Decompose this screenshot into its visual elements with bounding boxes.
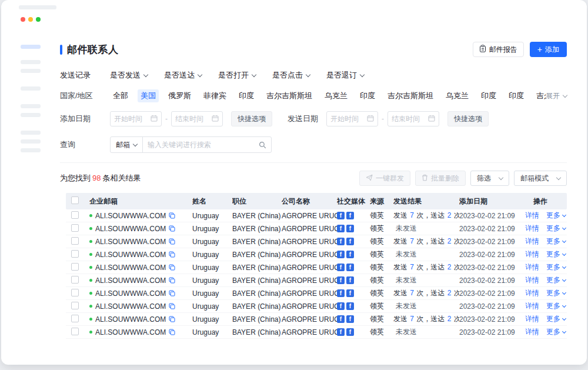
detail-link[interactable]: 详情 <box>525 327 539 337</box>
country-option[interactable]: 菲律宾 <box>201 89 229 102</box>
facebook-icon[interactable]: f <box>346 315 354 323</box>
filter-dropdown[interactable]: 是否送达 <box>164 70 202 81</box>
add-date-end-field[interactable] <box>175 115 212 123</box>
more-link[interactable]: 更多 <box>546 327 566 337</box>
filter-select[interactable]: 筛选 <box>470 171 509 186</box>
facebook-icon[interactable]: f <box>346 238 354 245</box>
mail-report-button[interactable]: 邮件报告 <box>473 42 524 57</box>
facebook-icon[interactable]: f <box>346 302 354 310</box>
add-date-start[interactable] <box>110 111 162 126</box>
sidebar-item-active-skeleton[interactable] <box>21 45 41 49</box>
copy-icon[interactable] <box>169 277 175 284</box>
query-type-select[interactable]: 邮箱 <box>111 137 143 152</box>
copy-icon[interactable] <box>169 225 175 232</box>
country-option[interactable]: 印度 <box>478 89 499 102</box>
more-link[interactable]: 更多 <box>546 288 566 298</box>
row-checkbox[interactable] <box>71 211 79 219</box>
facebook-icon[interactable]: f <box>337 328 345 336</box>
copy-icon[interactable] <box>169 238 175 245</box>
filter-dropdown[interactable]: 是否退订 <box>326 70 364 81</box>
sidebar-item-skeleton[interactable] <box>21 113 41 117</box>
send-record-label[interactable]: 发送记录 <box>60 70 110 81</box>
country-option[interactable]: 吉尔吉斯斯坦 <box>263 89 315 102</box>
search-input[interactable] <box>143 141 259 149</box>
send-date-end-field[interactable] <box>392 115 428 123</box>
send-date-quick-options-button[interactable]: 快捷选项 <box>447 111 489 126</box>
row-checkbox[interactable] <box>71 263 79 271</box>
country-option[interactable]: 印度 <box>506 89 527 102</box>
facebook-icon[interactable]: f <box>337 276 345 284</box>
row-checkbox[interactable] <box>71 328 79 335</box>
select-all-checkbox[interactable] <box>71 196 79 204</box>
sidebar-item-skeleton[interactable] <box>21 139 41 144</box>
facebook-icon[interactable]: f <box>337 289 345 297</box>
sidebar-item-skeleton[interactable] <box>21 60 41 64</box>
row-checkbox[interactable] <box>71 315 79 322</box>
detail-link[interactable]: 详情 <box>525 236 539 246</box>
facebook-icon[interactable]: f <box>337 238 345 245</box>
more-link[interactable]: 更多 <box>546 211 566 221</box>
bulk-send-button[interactable]: 一键群发 <box>359 171 410 186</box>
send-date-end[interactable] <box>387 111 439 126</box>
more-link[interactable]: 更多 <box>546 314 566 324</box>
bulk-delete-button[interactable]: 批量删除 <box>415 171 466 186</box>
row-checkbox[interactable] <box>71 237 79 245</box>
row-checkbox[interactable] <box>71 276 79 284</box>
add-date-end[interactable] <box>171 111 223 126</box>
facebook-icon[interactable]: f <box>337 264 345 271</box>
detail-link[interactable]: 详情 <box>525 211 539 221</box>
country-option[interactable]: 美国 <box>138 89 159 102</box>
facebook-icon[interactable]: f <box>337 251 345 258</box>
row-checkbox[interactable] <box>71 250 79 258</box>
mailbox-mode-select[interactable]: 邮箱模式 <box>514 171 567 186</box>
detail-link[interactable]: 详情 <box>525 288 539 298</box>
facebook-icon[interactable]: f <box>346 264 354 271</box>
country-option[interactable]: 印度 <box>357 89 378 102</box>
country-option[interactable]: 俄罗斯 <box>165 89 194 102</box>
copy-icon[interactable] <box>169 251 175 258</box>
detail-link[interactable]: 详情 <box>525 275 539 285</box>
row-checkbox[interactable] <box>71 224 79 232</box>
facebook-icon[interactable]: f <box>337 225 345 232</box>
filter-dropdown[interactable]: 是否发送 <box>110 70 148 81</box>
expand-toggle[interactable]: 展开 <box>546 91 567 101</box>
country-option[interactable]: 乌克兰 <box>322 89 350 102</box>
facebook-icon[interactable]: f <box>346 212 354 219</box>
facebook-icon[interactable]: f <box>337 302 345 310</box>
send-date-start[interactable] <box>326 111 378 126</box>
sidebar-item-skeleton[interactable] <box>21 104 41 108</box>
add-date-quick-options-button[interactable]: 快捷选项 <box>231 111 272 126</box>
minimize-button[interactable] <box>28 17 33 22</box>
sidebar-item-skeleton[interactable] <box>21 148 41 152</box>
country-option[interactable]: 吉尔吉斯斯坦 <box>385 89 436 102</box>
more-link[interactable]: 更多 <box>546 224 566 234</box>
row-checkbox[interactable] <box>71 289 79 296</box>
sidebar-item-skeleton[interactable] <box>21 69 41 73</box>
detail-link[interactable]: 详情 <box>525 301 539 311</box>
send-date-start-field[interactable] <box>330 115 367 123</box>
country-option[interactable]: 乌克兰 <box>443 89 472 102</box>
detail-link[interactable]: 详情 <box>525 314 539 324</box>
search-icon[interactable] <box>259 141 271 149</box>
copy-icon[interactable] <box>169 303 175 309</box>
detail-link[interactable]: 详情 <box>525 249 539 259</box>
sidebar-item-skeleton[interactable] <box>21 131 41 135</box>
facebook-icon[interactable]: f <box>346 328 354 336</box>
country-option[interactable]: 吉尔吉斯斯坦 <box>533 89 546 102</box>
country-option[interactable]: 全部 <box>110 89 131 102</box>
facebook-icon[interactable]: f <box>346 289 354 297</box>
maximize-button[interactable] <box>36 17 41 22</box>
facebook-icon[interactable]: f <box>346 225 354 232</box>
add-button[interactable]: + 添加 <box>530 42 567 57</box>
more-link[interactable]: 更多 <box>546 275 566 285</box>
copy-icon[interactable] <box>169 290 175 296</box>
filter-dropdown[interactable]: 是否点击 <box>272 70 310 81</box>
detail-link[interactable]: 详情 <box>525 224 539 234</box>
copy-icon[interactable] <box>169 212 175 219</box>
detail-link[interactable]: 详情 <box>525 262 539 272</box>
filter-dropdown[interactable]: 是否打开 <box>218 70 256 81</box>
more-link[interactable]: 更多 <box>546 262 566 272</box>
copy-icon[interactable] <box>169 264 175 271</box>
more-link[interactable]: 更多 <box>546 301 566 311</box>
more-link[interactable]: 更多 <box>546 236 566 246</box>
